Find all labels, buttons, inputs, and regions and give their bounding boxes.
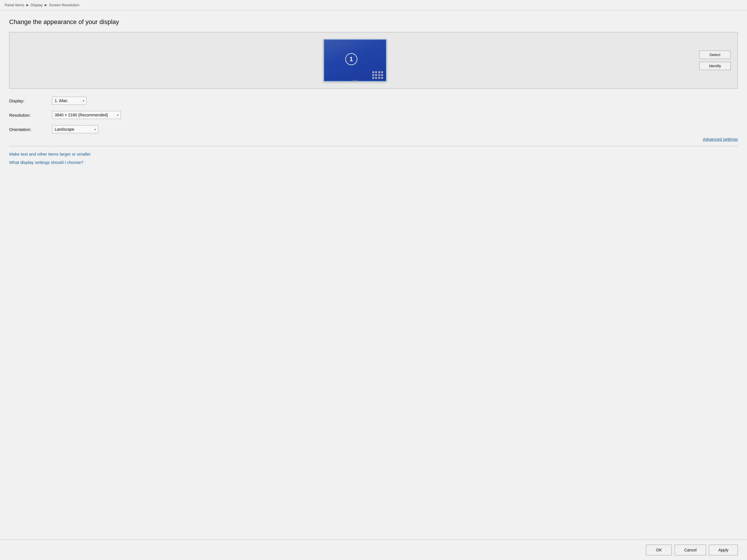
- help-links-section: Make text and other items larger or smal…: [9, 146, 738, 165]
- display-row: Display: 1. iMac ▾: [9, 97, 738, 105]
- resolution-label: Resolution:: [9, 113, 46, 117]
- display-preview-section: 1: [9, 32, 738, 89]
- breadcrumb: Panel Items ▶ Display ▶ Screen Resolutio…: [0, 0, 747, 10]
- cancel-button[interactable]: Cancel: [675, 544, 706, 555]
- breadcrumb-item-display[interactable]: Display: [31, 3, 43, 7]
- advanced-link-row: Advanced settings: [9, 137, 738, 146]
- display-label: Display:: [9, 98, 46, 103]
- page-title: Change the appearance of your display: [9, 18, 738, 26]
- bottom-bar: OK Cancel Apply: [0, 540, 747, 560]
- text-size-link[interactable]: Make text and other items larger or smal…: [9, 152, 738, 156]
- resolution-row: Resolution: 3840 × 2160 (Recommended) ▾: [9, 111, 738, 119]
- monitor-number: 1: [345, 53, 357, 65]
- monitor-screen: 1: [324, 39, 387, 81]
- monitor-wrapper: 1: [324, 39, 387, 81]
- breadcrumb-item-screen-resolution: Screen Resolution: [49, 3, 79, 7]
- display-select-wrapper: 1. iMac ▾: [52, 97, 86, 105]
- breadcrumb-sep-2: ▶: [45, 3, 47, 7]
- orientation-select-wrapper: Landscape Portrait Landscape (flipped) P…: [52, 125, 98, 133]
- resolution-select[interactable]: 3840 × 2160 (Recommended): [52, 111, 121, 119]
- breadcrumb-sep-1: ▶: [26, 3, 29, 7]
- orientation-label: Orientation:: [9, 127, 46, 132]
- ok-button[interactable]: OK: [646, 544, 672, 555]
- orientation-select[interactable]: Landscape Portrait Landscape (flipped) P…: [52, 125, 98, 133]
- detect-identify-area: Detect Identify: [694, 51, 731, 70]
- resolution-select-wrapper: 3840 × 2160 (Recommended) ▾: [52, 111, 121, 119]
- advanced-settings-link[interactable]: Advanced settings: [703, 137, 738, 141]
- monitor-area: 1: [16, 39, 694, 81]
- orientation-row: Orientation: Landscape Portrait Landscap…: [9, 125, 738, 133]
- display-settings-link[interactable]: What display settings should I choose?: [9, 160, 738, 165]
- display-select[interactable]: 1. iMac: [52, 97, 86, 105]
- breadcrumb-item-panel[interactable]: Panel Items: [5, 3, 24, 7]
- monitor-taskbar: [372, 71, 384, 79]
- apply-button[interactable]: Apply: [709, 544, 738, 555]
- identify-button[interactable]: Identify: [699, 62, 731, 70]
- monitor-dots: [324, 80, 386, 81]
- detect-button[interactable]: Detect: [699, 51, 731, 59]
- settings-form: Display: 1. iMac ▾ Resolution: 3840 × 21…: [9, 97, 738, 133]
